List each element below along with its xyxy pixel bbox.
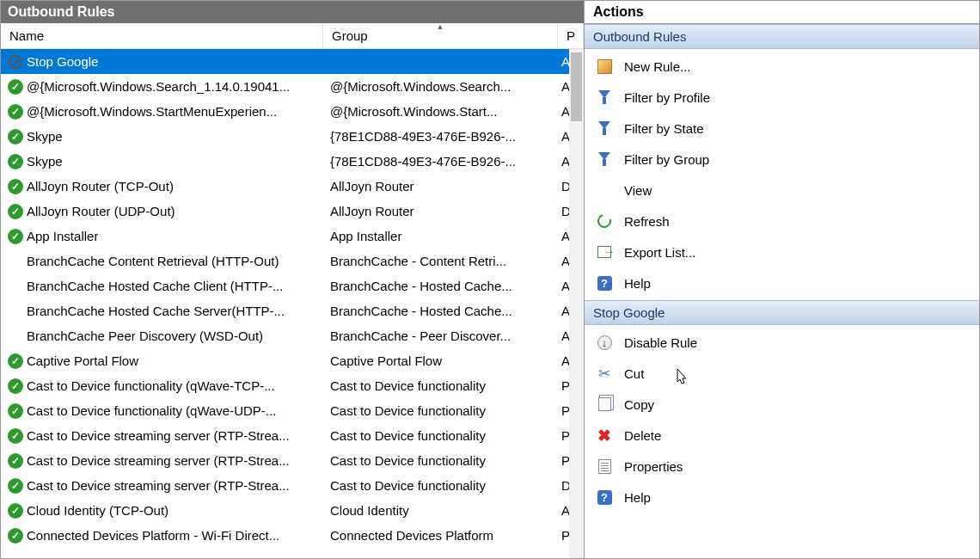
actions-list-selected: Disable Rule✂CutCopy✖DeleteProperties?He… — [585, 325, 979, 514]
rule-name: App Installer — [27, 229, 98, 243]
new-rule-icon — [597, 59, 612, 74]
action-filter-group[interactable]: Filter by Group — [585, 144, 979, 175]
rules-title: Outbound Rules — [1, 1, 584, 23]
action-label: Filter by Group — [624, 152, 709, 167]
firewall-window: Outbound Rules Name ▲ Group P Stop Googl… — [0, 0, 980, 559]
table-row[interactable]: BranchCache Hosted Cache Server(HTTP-...… — [1, 298, 584, 323]
table-row[interactable]: Stop GoogleA — [1, 49, 584, 74]
action-label: Cut — [624, 366, 644, 381]
actions-pane: Actions Outbound Rules New Rule...Filter… — [585, 1, 979, 558]
action-label: View — [624, 183, 652, 198]
rule-name: BranchCache Hosted Cache Client (HTTP-..… — [27, 279, 283, 293]
rule-group: {78E1CD88-49E3-476E-B926-... — [323, 154, 558, 169]
rule-group: BranchCache - Hosted Cache... — [323, 279, 558, 293]
rule-group: AllJoyn Router — [323, 204, 558, 218]
table-row[interactable]: Cast to Device streaming server (RTP-Str… — [1, 448, 584, 473]
table-row[interactable]: AllJoyn Router (UDP-Out)AllJoyn RouterD — [1, 199, 584, 224]
table-row[interactable]: Cast to Device functionality (qWave-TCP-… — [1, 373, 584, 398]
check-icon — [8, 179, 23, 194]
table-row[interactable]: BranchCache Content Retrieval (HTTP-Out)… — [1, 249, 584, 273]
check-icon — [8, 353, 23, 369]
check-icon — [8, 129, 23, 144]
action-label: Filter by State — [624, 121, 704, 136]
filter-icon — [598, 90, 610, 104]
action-label: Help — [624, 276, 651, 291]
table-row[interactable]: Connected Devices Platform - Wi-Fi Direc… — [1, 523, 584, 548]
delete-icon: ✖ — [597, 426, 611, 445]
table-row[interactable]: Cast to Device streaming server (RTP-Str… — [1, 423, 584, 448]
column-headers: Name ▲ Group P — [1, 23, 584, 49]
rule-name: Cast to Device functionality (qWave-UDP-… — [27, 403, 276, 418]
table-row[interactable]: Cloud Identity (TCP-Out)Cloud IdentityA — [1, 498, 584, 523]
table-row[interactable]: Cast to Device functionality (qWave-UDP-… — [1, 398, 584, 423]
action-filter-profile[interactable]: Filter by Profile — [585, 82, 979, 113]
col-header-name[interactable]: Name — [1, 23, 323, 48]
sort-indicator-icon: ▲ — [437, 22, 444, 31]
action-refresh[interactable]: Refresh — [585, 206, 979, 236]
check-icon — [8, 378, 23, 394]
rule-name: BranchCache Content Retrieval (HTTP-Out) — [27, 254, 279, 268]
action-label: New Rule... — [624, 59, 691, 74]
action-label: Refresh — [624, 214, 670, 229]
action-delete[interactable]: ✖Delete — [585, 420, 979, 451]
action-help[interactable]: ?Help — [585, 267, 979, 298]
help-icon: ? — [597, 276, 612, 291]
rule-group: @{Microsoft.Windows.Search... — [323, 79, 558, 94]
table-row[interactable]: Skype{78E1CD88-49E3-476E-B926-...A — [1, 149, 584, 174]
cut-icon: ✂ — [598, 365, 610, 383]
action-label: Export List... — [624, 245, 695, 260]
rule-group: Captive Portal Flow — [323, 353, 558, 368]
rule-name: @{Microsoft.Windows.StartMenuExperien... — [27, 104, 277, 119]
table-row[interactable]: Cast to Device streaming server (RTP-Str… — [1, 473, 584, 498]
action-view[interactable]: View — [585, 175, 979, 206]
action-filter-state[interactable]: Filter by State — [585, 113, 979, 144]
rule-group: Cast to Device functionality — [323, 428, 558, 443]
rule-name: Cloud Identity (TCP-Out) — [27, 503, 168, 518]
action-help2[interactable]: ?Help — [585, 482, 979, 513]
action-label: Delete — [624, 428, 661, 443]
action-export[interactable]: Export List... — [585, 236, 979, 267]
table-row[interactable]: @{Microsoft.Windows.StartMenuExperien...… — [1, 99, 584, 124]
table-row[interactable]: BranchCache Peer Discovery (WSD-Out)Bran… — [1, 323, 584, 348]
rule-group: BranchCache - Peer Discover... — [323, 329, 558, 343]
rule-group: BranchCache - Content Retri... — [323, 254, 558, 268]
table-row[interactable]: Captive Portal FlowCaptive Portal FlowA — [1, 348, 584, 373]
rule-name: Cast to Device functionality (qWave-TCP-… — [27, 378, 275, 393]
rule-name: AllJoyn Router (TCP-Out) — [27, 179, 174, 194]
action-cut[interactable]: ✂Cut — [585, 358, 979, 389]
filter-icon — [598, 121, 610, 135]
action-copy[interactable]: Copy — [585, 389, 979, 420]
rule-group: Connected Devices Platform — [323, 528, 558, 543]
table-row[interactable]: AllJoyn Router (TCP-Out)AllJoyn RouterD — [1, 174, 584, 199]
rule-group: Cloud Identity — [323, 503, 558, 518]
action-label: Copy — [624, 397, 654, 412]
rule-name: Stop Google — [27, 54, 98, 69]
action-properties[interactable]: Properties — [585, 451, 979, 482]
action-disable[interactable]: Disable Rule — [585, 327, 979, 358]
action-new-rule[interactable]: New Rule... — [585, 51, 979, 82]
action-label: Disable Rule — [624, 335, 697, 350]
actions-title: Actions — [585, 1, 979, 24]
table-row[interactable]: BranchCache Hosted Cache Client (HTTP-..… — [1, 273, 584, 298]
table-row[interactable]: Skype{78E1CD88-49E3-476E-B926-...A — [1, 124, 584, 149]
table-row[interactable]: @{Microsoft.Windows.Search_1.14.0.19041.… — [1, 74, 584, 99]
rule-name: Skype — [27, 154, 63, 169]
rule-group: @{Microsoft.Windows.Start... — [323, 104, 558, 119]
rule-name: AllJoyn Router (UDP-Out) — [27, 204, 175, 218]
check-icon — [8, 528, 23, 544]
rule-group: {78E1CD88-49E3-476E-B926-... — [323, 129, 558, 144]
vertical-scrollbar[interactable] — [569, 49, 584, 558]
col-header-group[interactable]: ▲ Group — [323, 23, 558, 48]
check-icon — [8, 428, 23, 444]
table-row[interactable]: App InstallerApp InstallerA — [1, 224, 584, 249]
check-icon — [8, 104, 23, 120]
export-icon — [597, 246, 611, 258]
filter-icon — [598, 152, 610, 166]
action-label: Help — [624, 490, 651, 505]
check-icon — [8, 204, 23, 219]
col-header-p[interactable]: P — [558, 23, 584, 48]
scrollbar-thumb[interactable] — [571, 52, 582, 121]
check-icon — [8, 79, 23, 95]
rule-name: Skype — [27, 129, 63, 144]
rules-list[interactable]: Stop GoogleA@{Microsoft.Windows.Search_1… — [1, 49, 584, 558]
